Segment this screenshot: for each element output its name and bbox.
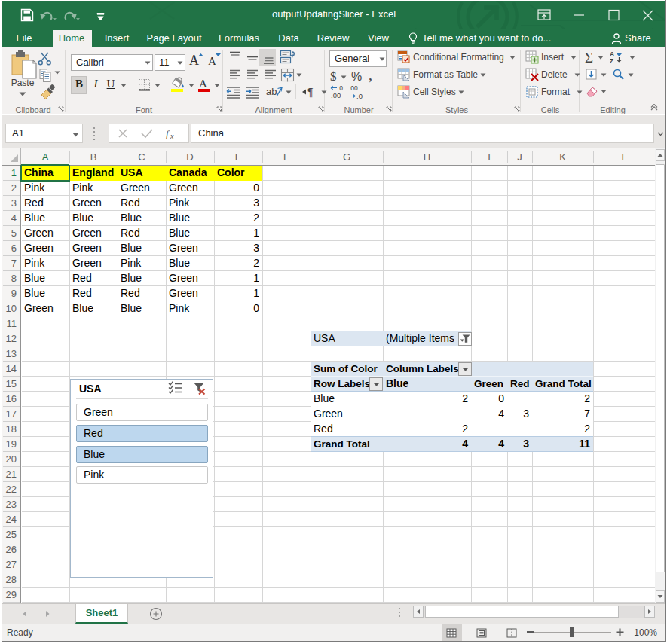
svg-text:A: A (199, 78, 207, 90)
svg-text:.00: .00 (349, 85, 358, 92)
svg-text:¶: ¶ (307, 86, 314, 98)
svg-text:Z: Z (610, 57, 613, 64)
svg-text:A: A (189, 53, 199, 68)
svg-text:ab: ab (266, 86, 277, 97)
svg-text:.0: .0 (356, 92, 363, 100)
svg-text:.00: .00 (331, 91, 341, 99)
svg-text:x: x (170, 132, 174, 139)
svg-text:A: A (208, 55, 216, 67)
